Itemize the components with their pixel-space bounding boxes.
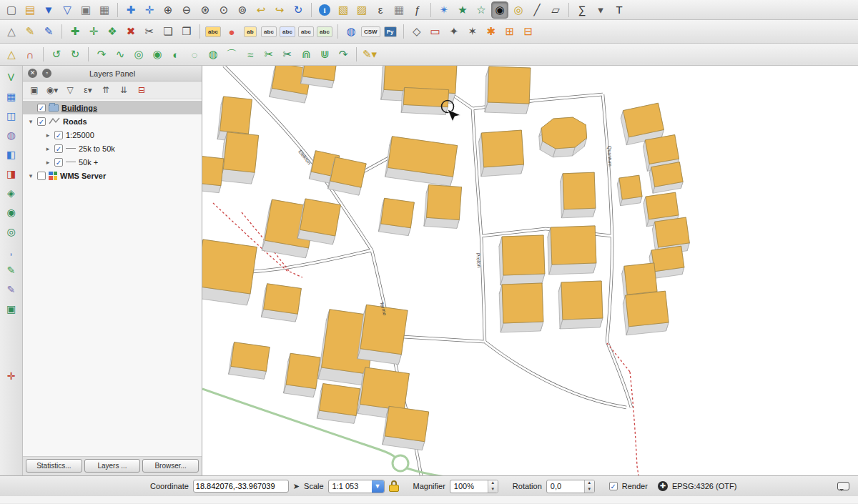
text-annotation-icon[interactable]: T: [611, 1, 628, 19]
highlight-pinned-labels-icon[interactable]: abc: [260, 23, 277, 40]
save-project-icon[interactable]: ▼: [40, 1, 57, 19]
crs-status[interactable]: EPSG:4326 (OTF): [672, 482, 736, 490]
stepper-icons[interactable]: ▲▼: [584, 480, 594, 493]
move-label-icon[interactable]: abc: [279, 23, 296, 40]
redo-edits-icon[interactable]: ↻: [66, 46, 84, 63]
split-features-icon[interactable]: ✂: [260, 46, 277, 63]
expander-icon[interactable]: ▸: [44, 159, 51, 166]
pan-map-icon[interactable]: ✚: [122, 1, 139, 19]
identify-features-icon[interactable]: i: [316, 1, 333, 19]
python-console-icon[interactable]: Py: [382, 23, 399, 40]
chevron-down-icon[interactable]: ▼: [372, 480, 384, 493]
labeling-options-icon[interactable]: ●: [223, 23, 240, 40]
stepper-icons[interactable]: ▲▼: [488, 480, 498, 493]
add-postgis-layer-icon[interactable]: ◫: [3, 107, 20, 124]
add-part-icon[interactable]: ◉: [149, 46, 166, 63]
map-tips-icon[interactable]: ✴: [435, 1, 453, 19]
measure-area-icon[interactable]: ▱: [547, 1, 564, 19]
layer-item-roads[interactable]: ▾✓Roads: [23, 114, 202, 128]
simplify-feature-icon[interactable]: ∿: [112, 46, 129, 63]
mouse-position-icon[interactable]: ➤: [293, 482, 300, 491]
measure-line-icon[interactable]: ╱: [528, 1, 546, 19]
crs-globe-icon[interactable]: ✚: [658, 481, 668, 491]
add-wfs-layer-icon[interactable]: ◎: [3, 223, 20, 240]
zoom-to-selection-icon[interactable]: ⊙: [215, 1, 232, 19]
georeferencer-icon[interactable]: ✶: [464, 23, 481, 40]
messages-icon[interactable]: [837, 482, 849, 490]
rotate-feature-icon[interactable]: ↷: [93, 46, 110, 63]
layer-item-wms-server[interactable]: ▾WMS Server: [23, 169, 202, 182]
grid-tools-icon[interactable]: ⊟: [520, 23, 537, 40]
csw-icon[interactable]: CSW: [361, 23, 380, 40]
collapse-all-icon[interactable]: ⇊: [117, 83, 131, 97]
add-delimited-text-layer-icon[interactable]: ,: [3, 242, 20, 260]
new-spatialite-layer-icon[interactable]: ✎: [3, 281, 20, 298]
visibility-checkbox[interactable]: ✓: [54, 158, 63, 167]
metasearch-icon[interactable]: ◍: [342, 23, 360, 40]
add-oracle-layer-icon[interactable]: ◨: [3, 165, 20, 182]
select-by-expression-icon[interactable]: ε: [372, 1, 389, 19]
undo-edits-icon[interactable]: ↺: [48, 46, 65, 63]
layer-item-25k-to-50k[interactable]: ▸✓25k to 50k: [23, 142, 202, 155]
advanced-digitizing-toggle-icon[interactable]: △: [3, 46, 20, 63]
open-attribute-table-icon[interactable]: ▦: [390, 1, 408, 19]
node-tool-icon[interactable]: ❖: [104, 23, 121, 40]
visibility-checkbox[interactable]: ✓: [37, 117, 46, 126]
new-bookmark-icon[interactable]: ★: [454, 1, 471, 19]
reshape-features-icon[interactable]: ⌒: [223, 46, 240, 63]
visibility-checkbox[interactable]: ✓: [54, 131, 63, 139]
zoom-last-icon[interactable]: ↩: [252, 1, 270, 19]
add-raster-layer-icon[interactable]: ▦: [3, 88, 20, 105]
add-vector-layer-icon[interactable]: V: [3, 69, 20, 86]
add-group-icon[interactable]: ▣: [27, 83, 41, 97]
visibility-checkbox[interactable]: ✓: [37, 104, 46, 112]
cad-tools-icon[interactable]: △: [3, 23, 20, 40]
delete-ring-icon[interactable]: ◌: [186, 46, 203, 63]
save-project-as-icon[interactable]: ▽: [59, 1, 76, 19]
add-wcs-layer-icon[interactable]: ◉: [3, 204, 20, 221]
save-layer-edits-icon[interactable]: ✎: [40, 23, 57, 40]
rotation-spinner[interactable]: 0,0 ▲▼: [546, 480, 595, 493]
magnifier-spinner[interactable]: 100% ▲▼: [450, 480, 498, 493]
map-center-crosshair-icon[interactable]: ✛: [3, 367, 20, 385]
snapping-options-icon[interactable]: ∩: [21, 46, 39, 63]
processing-model-icon[interactable]: ✱: [483, 23, 500, 40]
topology-checker-icon[interactable]: ▭: [427, 23, 444, 40]
zoom-in-icon[interactable]: ⊕: [159, 1, 177, 19]
touch-zoom-and-pan-icon[interactable]: ◉: [491, 1, 508, 19]
label-pin-icon[interactable]: ab: [242, 23, 259, 40]
coordinate-input[interactable]: [193, 480, 289, 493]
expander-icon[interactable]: ▾: [27, 118, 34, 125]
expander-icon[interactable]: ▸: [44, 145, 51, 152]
render-checkbox[interactable]: ✓: [609, 482, 618, 490]
statistical-summary-icon[interactable]: ∑: [573, 1, 591, 19]
merge-features-icon[interactable]: ⋒: [297, 46, 315, 63]
deselect-features-icon[interactable]: ▨: [353, 1, 370, 19]
expander-icon[interactable]: ▸: [44, 132, 51, 139]
copy-features-icon[interactable]: ❏: [159, 23, 177, 40]
filter-by-expression-icon[interactable]: ε▾: [81, 83, 95, 97]
expand-all-icon[interactable]: ⇈: [99, 83, 113, 97]
open-project-icon[interactable]: ▤: [21, 1, 39, 19]
rotate-label-icon[interactable]: abc: [297, 23, 315, 40]
tab-browser[interactable]: Browser...: [142, 459, 199, 473]
fill-ring-icon[interactable]: ◐: [167, 46, 184, 63]
select-features-icon[interactable]: ▧: [335, 1, 352, 19]
zoom-to-layer-icon[interactable]: ⊚: [234, 1, 251, 19]
delete-selected-icon[interactable]: ✖: [122, 23, 139, 40]
tab-statistics[interactable]: Statistics...: [26, 459, 82, 473]
measure-dropdown-icon[interactable]: ▾: [592, 1, 609, 19]
labeling-icon[interactable]: abc: [204, 23, 222, 40]
layer-item-1-25000[interactable]: ▸✓1:25000: [23, 128, 202, 142]
layer-item-buildings[interactable]: ✓Buildings: [23, 101, 202, 114]
filter-legend-icon[interactable]: ▽: [63, 83, 77, 97]
geometry-checker-icon[interactable]: ◇: [408, 23, 425, 40]
add-wms-layer-icon[interactable]: ◈: [3, 184, 20, 202]
zoom-out-icon[interactable]: ⊖: [178, 1, 195, 19]
current-edits-icon[interactable]: ✎▾: [361, 46, 378, 63]
new-geopackage-layer-icon[interactable]: ▣: [3, 300, 20, 317]
visibility-checkbox[interactable]: [37, 172, 46, 180]
split-parts-icon[interactable]: ✂: [279, 46, 296, 63]
map-canvas[interactable]: ElekronQuantumProtonTermo: [202, 66, 858, 475]
scale-combo[interactable]: 1:1 053 ▼: [328, 480, 385, 493]
